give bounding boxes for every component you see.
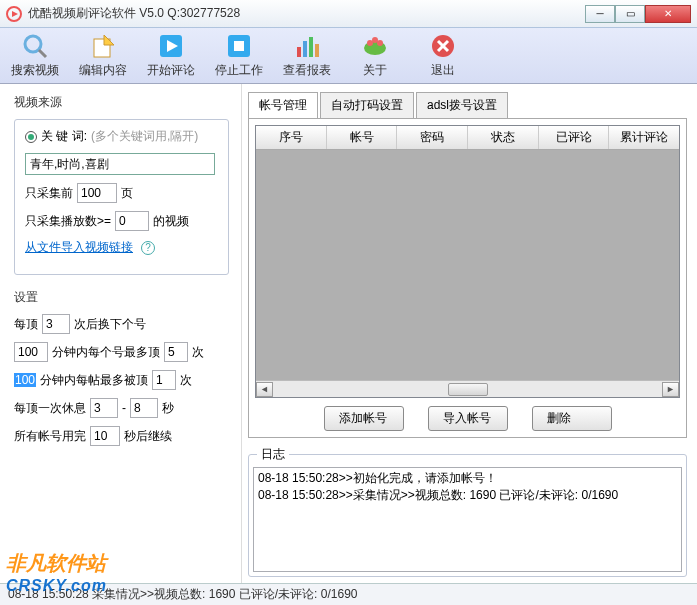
switch-after-input[interactable]	[42, 314, 70, 334]
toolbar: 搜索视频 编辑内容 开始评论 停止工作 查看报表 关于 退出	[0, 28, 697, 84]
log-box[interactable]: 08-18 15:50:28>>初始化完成，请添加帐号！ 08-18 15:50…	[253, 467, 682, 572]
chart-icon	[293, 32, 321, 60]
keyword-input[interactable]	[25, 153, 215, 175]
playcount-suffix: 的视频	[153, 213, 189, 230]
toolbar-label: 搜索视频	[11, 62, 59, 79]
tab-captcha[interactable]: 自动打码设置	[320, 92, 414, 118]
source-title: 视频来源	[14, 94, 229, 111]
s3-b: 次	[180, 372, 192, 389]
continue-after-input[interactable]	[90, 426, 120, 446]
keyword-radio[interactable]	[25, 131, 37, 143]
view-report-button[interactable]: 查看报表	[280, 32, 334, 79]
svg-marker-1	[12, 11, 18, 17]
rest-min-input[interactable]	[90, 398, 118, 418]
grid-body[interactable]	[256, 150, 679, 380]
svg-point-2	[25, 36, 41, 52]
svg-rect-13	[315, 44, 319, 57]
keyword-hint: (多个关键词用,隔开)	[91, 128, 198, 145]
playcount-prefix: 只采集播放数>=	[25, 213, 111, 230]
collect-prefix: 只采集前	[25, 185, 73, 202]
right-panel: 帐号管理 自动打码设置 adsl拨号设置 序号 帐号 密码 状态 已评论 累计评…	[242, 84, 697, 583]
tab-bar: 帐号管理 自动打码设置 adsl拨号设置	[248, 92, 687, 118]
import-account-button[interactable]: 导入帐号	[428, 406, 508, 431]
col-password[interactable]: 密码	[397, 126, 468, 149]
col-total[interactable]: 累计评论	[609, 126, 679, 149]
about-icon	[361, 32, 389, 60]
scroll-right-icon[interactable]: ►	[662, 382, 679, 397]
close-button[interactable]: ✕	[645, 5, 691, 23]
col-commented[interactable]: 已评论	[539, 126, 610, 149]
s4-a: 每顶一次休息	[14, 400, 86, 417]
svg-marker-5	[104, 35, 114, 45]
collect-pages-input[interactable]	[77, 183, 117, 203]
scroll-thumb[interactable]	[448, 383, 488, 396]
search-video-button[interactable]: 搜索视频	[8, 32, 62, 79]
toolbar-label: 开始评论	[147, 62, 195, 79]
tab-accounts[interactable]: 帐号管理	[248, 92, 318, 118]
delete-button[interactable]: 删除	[532, 406, 612, 431]
exit-button[interactable]: 退出	[416, 32, 470, 79]
s1-a: 每顶	[14, 316, 38, 333]
edit-icon	[89, 32, 117, 60]
left-panel: 视频来源 关 键 词: (多个关键词用,隔开) 只采集前 页 只采集播放数>= …	[0, 84, 242, 583]
s5-b: 秒后继续	[124, 428, 172, 445]
keyword-label: 关 键 词:	[41, 128, 87, 145]
svg-point-16	[377, 40, 383, 46]
maximize-button[interactable]: ▭	[615, 5, 645, 23]
scrollbar-horizontal[interactable]: ◄ ►	[256, 380, 679, 397]
svg-rect-9	[234, 41, 244, 51]
log-line: 08-18 15:50:28>>初始化完成，请添加帐号！	[258, 471, 497, 485]
settings-title: 设置	[14, 289, 229, 306]
add-account-button[interactable]: 添加帐号	[324, 406, 404, 431]
col-account[interactable]: 帐号	[327, 126, 398, 149]
s5-a: 所有帐号用完	[14, 428, 86, 445]
col-status[interactable]: 状态	[468, 126, 539, 149]
s4-b: 秒	[162, 400, 174, 417]
s2-b: 次	[192, 344, 204, 361]
import-link[interactable]: 从文件导入视频链接	[25, 239, 133, 256]
s3-a: 分钟内每帖最多被顶	[40, 372, 148, 389]
status-text: 08-18 15:50:28 采集情况>>视频总数: 1690 已评论/未评论:…	[8, 586, 358, 603]
status-bar: 08-18 15:50:28 采集情况>>视频总数: 1690 已评论/未评论:…	[0, 583, 697, 605]
help-icon[interactable]: ?	[141, 241, 155, 255]
video-source-group: 关 键 词: (多个关键词用,隔开) 只采集前 页 只采集播放数>= 的视频 从…	[14, 119, 229, 275]
play-icon	[157, 32, 185, 60]
app-icon	[6, 6, 22, 22]
tab-adsl[interactable]: adsl拨号设置	[416, 92, 508, 118]
svg-point-15	[367, 40, 373, 46]
search-icon	[21, 32, 49, 60]
log-group: 日志 08-18 15:50:28>>初始化完成，请添加帐号！ 08-18 15…	[248, 446, 687, 577]
toolbar-label: 编辑内容	[79, 62, 127, 79]
svg-line-3	[39, 50, 46, 57]
stop-work-button[interactable]: 停止工作	[212, 32, 266, 79]
edit-content-button[interactable]: 编辑内容	[76, 32, 130, 79]
rest-max-input[interactable]	[130, 398, 158, 418]
start-comment-button[interactable]: 开始评论	[144, 32, 198, 79]
scroll-left-icon[interactable]: ◄	[256, 382, 273, 397]
titlebar: 优酷视频刷评论软件 V5.0 Q:302777528 ─ ▭ ✕	[0, 0, 697, 28]
s4-mid: -	[122, 401, 126, 415]
grid-header: 序号 帐号 密码 状态 已评论 累计评论	[256, 126, 679, 150]
col-index[interactable]: 序号	[256, 126, 327, 149]
minutes2-input[interactable]: 100	[14, 373, 36, 387]
exit-icon	[429, 32, 457, 60]
log-line: 08-18 15:50:28>>采集情况>>视频总数: 1690 已评论/未评论…	[258, 488, 618, 502]
account-grid: 序号 帐号 密码 状态 已评论 累计评论 ◄ ►	[255, 125, 680, 398]
about-button[interactable]: 关于	[348, 32, 402, 79]
minimize-button[interactable]: ─	[585, 5, 615, 23]
minutes1-input[interactable]	[14, 342, 48, 362]
playcount-input[interactable]	[115, 211, 149, 231]
max-per-account-input[interactable]	[164, 342, 188, 362]
toolbar-label: 查看报表	[283, 62, 331, 79]
svg-rect-10	[297, 47, 301, 57]
collect-suffix: 页	[121, 185, 133, 202]
toolbar-label: 停止工作	[215, 62, 263, 79]
tab-body: 序号 帐号 密码 状态 已评论 累计评论 ◄ ► 添加帐号 导入帐号 删除	[248, 118, 687, 438]
stop-icon	[225, 32, 253, 60]
svg-rect-12	[309, 37, 313, 57]
s1-b: 次后换下个号	[74, 316, 146, 333]
max-per-post-input[interactable]	[152, 370, 176, 390]
svg-point-17	[372, 37, 378, 43]
toolbar-label: 退出	[431, 62, 455, 79]
log-title: 日志	[257, 446, 289, 463]
